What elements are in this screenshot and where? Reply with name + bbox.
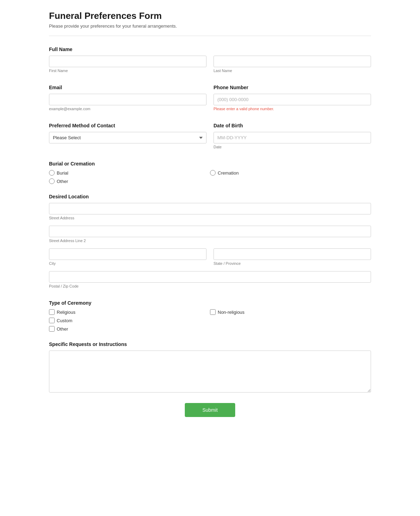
ceremony-option-custom-label: Custom bbox=[57, 318, 72, 323]
requests-wrapper bbox=[49, 351, 371, 393]
email-label: Email bbox=[49, 85, 206, 90]
city-helper: City bbox=[49, 261, 206, 266]
burial-option-burial[interactable]: Burial bbox=[49, 170, 210, 176]
state-wrapper: State / Province bbox=[214, 248, 371, 266]
street2-input[interactable] bbox=[49, 226, 371, 237]
phone-col: Phone Number Please enter a valid phone … bbox=[214, 85, 371, 113]
burial-option-cremation[interactable]: Cremation bbox=[210, 170, 371, 176]
full-name-row: First Name Last Name bbox=[49, 56, 371, 75]
requests-textarea[interactable] bbox=[49, 351, 371, 393]
city-state-row: City State / Province bbox=[49, 248, 371, 268]
burial-option-other[interactable]: Other bbox=[49, 178, 371, 184]
street1-wrapper: Street Address bbox=[49, 203, 371, 220]
city-col: City bbox=[49, 248, 206, 268]
dob-label: Date of Birth bbox=[214, 123, 371, 128]
page-wrapper: Funeral Preferences Form Please provide … bbox=[38, 0, 382, 438]
contact-dob-row: Preferred Method of Contact Please Selec… bbox=[49, 123, 371, 151]
burial-radio-group: Burial Cremation Other bbox=[49, 170, 371, 184]
ceremony-option-other[interactable]: Other bbox=[49, 326, 371, 332]
last-name-helper: Last Name bbox=[214, 69, 371, 73]
last-name-input[interactable] bbox=[214, 56, 371, 67]
ceremony-checkbox-other[interactable] bbox=[49, 326, 55, 332]
ceremony-option-nonreligious[interactable]: Non-religious bbox=[210, 309, 371, 315]
ceremony-checkbox-group: Religious Non-religious Custom Other bbox=[49, 309, 371, 332]
submit-wrapper: Submit bbox=[49, 403, 371, 417]
ceremony-section: Type of Ceremony Religious Non-religious… bbox=[49, 300, 371, 332]
burial-radio-cremation[interactable] bbox=[210, 170, 216, 176]
ceremony-checkbox-nonreligious[interactable] bbox=[210, 309, 216, 315]
ceremony-option-other-label: Other bbox=[57, 326, 68, 332]
street2-wrapper: Street Address Line 2 bbox=[49, 226, 371, 243]
first-name-input[interactable] bbox=[49, 56, 206, 67]
dob-wrapper: Date bbox=[214, 132, 371, 149]
street2-helper: Street Address Line 2 bbox=[49, 239, 371, 243]
email-helper: example@example.com bbox=[49, 107, 206, 111]
last-name-wrapper: Last Name bbox=[214, 56, 371, 73]
phone-label: Phone Number bbox=[214, 85, 371, 90]
state-input[interactable] bbox=[214, 248, 371, 260]
burial-radio-burial[interactable] bbox=[49, 170, 55, 176]
contact-label: Preferred Method of Contact bbox=[49, 123, 206, 128]
ceremony-checkbox-custom[interactable] bbox=[49, 318, 55, 323]
phone-error: Please enter a valid phone number. bbox=[214, 107, 371, 111]
dob-helper: Date bbox=[214, 145, 371, 149]
burial-option-burial-label: Burial bbox=[57, 170, 68, 176]
location-section: Desired Location Street Address Street A… bbox=[49, 194, 371, 290]
email-input[interactable] bbox=[49, 94, 206, 105]
burial-label: Burial or Cremation bbox=[49, 161, 371, 167]
city-wrapper: City bbox=[49, 248, 206, 266]
divider bbox=[49, 36, 371, 36]
ceremony-checkbox-religious[interactable] bbox=[49, 309, 55, 315]
email-col: Email example@example.com bbox=[49, 85, 206, 113]
ceremony-option-religious-label: Religious bbox=[57, 310, 75, 315]
full-name-section: Full Name First Name Last Name bbox=[49, 47, 371, 75]
first-name-col: First Name bbox=[49, 56, 206, 75]
phone-input[interactable] bbox=[214, 94, 371, 105]
funeral-form: Full Name First Name Last Name bbox=[49, 47, 371, 417]
street1-helper: Street Address bbox=[49, 216, 371, 220]
ceremony-option-nonreligious-label: Non-religious bbox=[218, 310, 245, 315]
phone-wrapper: Please enter a valid phone number. bbox=[214, 94, 371, 111]
state-col: State / Province bbox=[214, 248, 371, 268]
dob-input[interactable] bbox=[214, 132, 371, 143]
submit-button[interactable]: Submit bbox=[185, 403, 235, 417]
page-subtitle: Please provide your preferences for your… bbox=[49, 23, 371, 29]
burial-option-cremation-label: Cremation bbox=[218, 170, 239, 176]
contact-wrapper: Please Select Email Phone Mail bbox=[49, 132, 206, 143]
email-phone-section: Email example@example.com Phone Number P… bbox=[49, 85, 371, 113]
first-name-wrapper: First Name bbox=[49, 56, 206, 73]
state-helper: State / Province bbox=[214, 261, 371, 266]
postal-wrapper: Postal / Zip Code bbox=[49, 271, 371, 288]
requests-section: Specific Requests or Instructions bbox=[49, 341, 371, 393]
ceremony-label: Type of Ceremony bbox=[49, 300, 371, 306]
contact-select[interactable]: Please Select Email Phone Mail bbox=[49, 132, 206, 143]
requests-label: Specific Requests or Instructions bbox=[49, 341, 371, 347]
contact-col: Preferred Method of Contact Please Selec… bbox=[49, 123, 206, 151]
address-section: Street Address Street Address Line 2 Cit… bbox=[49, 203, 371, 290]
ceremony-option-custom[interactable]: Custom bbox=[49, 318, 210, 323]
full-name-label: Full Name bbox=[49, 47, 371, 52]
ceremony-option-religious[interactable]: Religious bbox=[49, 309, 210, 315]
page-title: Funeral Preferences Form bbox=[49, 10, 371, 21]
street1-input[interactable] bbox=[49, 203, 371, 214]
location-label: Desired Location bbox=[49, 194, 371, 199]
contact-dob-section: Preferred Method of Contact Please Selec… bbox=[49, 123, 371, 151]
last-name-col: Last Name bbox=[214, 56, 371, 75]
email-phone-row: Email example@example.com Phone Number P… bbox=[49, 85, 371, 113]
burial-option-other-label: Other bbox=[57, 179, 68, 184]
first-name-helper: First Name bbox=[49, 69, 206, 73]
city-input[interactable] bbox=[49, 248, 206, 260]
burial-radio-other[interactable] bbox=[49, 178, 55, 184]
email-wrapper: example@example.com bbox=[49, 94, 206, 111]
postal-helper: Postal / Zip Code bbox=[49, 284, 371, 288]
postal-input[interactable] bbox=[49, 271, 371, 283]
dob-col: Date of Birth Date bbox=[214, 123, 371, 151]
burial-section: Burial or Cremation Burial Cremation Oth… bbox=[49, 161, 371, 184]
